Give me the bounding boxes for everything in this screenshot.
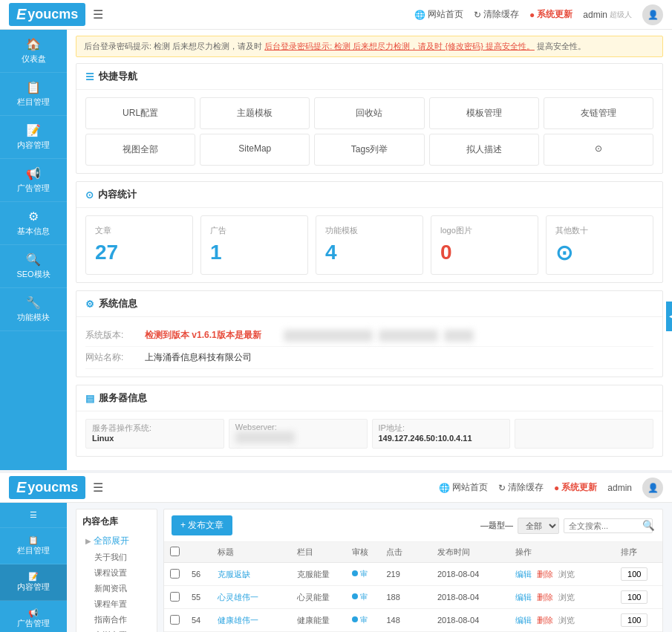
th-audit: 审核: [346, 542, 381, 563]
stat-other: 其他数十 ⊙: [546, 215, 653, 275]
table-row: 55 心灵雄伟一 心灵能量 审 188 2018-08-04 编辑 删除 浏览: [164, 586, 662, 609]
table-row: 54 健康雄伟一 健康能量 审 148 2018-08-04 编辑 删除 浏览: [164, 609, 662, 632]
server-os: 服务器操作系统: Linux: [85, 419, 224, 449]
add-article-btn[interactable]: + 发布文章: [172, 515, 232, 535]
system-update-btn[interactable]: ● 系统更新: [529, 8, 572, 21]
admin-info: admin 超级人: [583, 10, 632, 20]
cell-title[interactable]: 健康雄伟一: [218, 616, 258, 625]
sidebar2-column[interactable]: 📋 栏目管理: [0, 528, 67, 564]
order-input[interactable]: [621, 567, 647, 581]
cell-id: 56: [186, 563, 212, 586]
site-link[interactable]: 🌐 网站首页: [414, 8, 463, 21]
delete-btn[interactable]: 删除: [537, 593, 553, 602]
sidebar-item-content[interactable]: 📝 内容管理: [0, 116, 67, 159]
nav-view-all[interactable]: 视图全部: [85, 134, 195, 166]
system-update-btn2[interactable]: ● 系统更新: [554, 481, 597, 494]
avatar2[interactable]: 👤: [642, 478, 663, 498]
bottom-header: E youcms ☰ 🌐 网站首页 ↻ 清除缓存 ● 系统更新 admin 👤: [0, 473, 672, 503]
home-icon: 🏠: [26, 37, 41, 51]
sidebar-item-dashboard[interactable]: 🏠 仪表盘: [0, 30, 67, 73]
tree-item-course-setting[interactable]: 课程年置: [91, 596, 151, 612]
preview-btn[interactable]: 浏览: [558, 593, 575, 602]
nav-friendlink[interactable]: 友链管理: [544, 97, 653, 129]
nav-theme[interactable]: 主题模板: [200, 97, 310, 129]
stat-ad: 广告 1: [200, 215, 308, 275]
nav-tags[interactable]: Tags列举: [314, 134, 424, 166]
column-icon: 📋: [26, 80, 41, 94]
hamburger-menu[interactable]: ☰: [93, 7, 103, 22]
change-password-link[interactable]: 后台登录密码提示: 检测 后来想尽力检测，请及时 {修改密码} 提高安全性。: [264, 42, 535, 51]
sidebar2-content[interactable]: 📝 内容管理: [0, 564, 67, 601]
cell-title[interactable]: 克服返缺: [218, 570, 250, 579]
cell-title[interactable]: 心灵雄伟一: [218, 593, 258, 602]
tree-item-course-config[interactable]: 课程设置: [91, 565, 151, 581]
search-input[interactable]: [564, 518, 653, 533]
sidebar-item-basic[interactable]: ⚙ 基本信息: [0, 202, 67, 245]
nav-url[interactable]: URL配置: [85, 97, 195, 129]
blurred-2: [379, 330, 438, 342]
preview-btn[interactable]: 浏览: [558, 616, 575, 625]
site-link2[interactable]: 🌐 网站首页: [439, 481, 488, 494]
select-all-checkbox[interactable]: [170, 547, 180, 556]
cell-status: 审: [346, 563, 381, 586]
edit-btn[interactable]: 编辑: [515, 616, 532, 625]
cell-actions: 编辑 删除 浏览: [509, 563, 615, 586]
logo[interactable]: E youcms: [9, 3, 85, 26]
nav-recycle[interactable]: 回收站: [314, 97, 424, 129]
row-checkbox[interactable]: [170, 569, 180, 579]
table-header-row: 标题 栏目 审核 点击 发布时间 操作 排序: [164, 542, 662, 563]
row-checkbox[interactable]: [170, 615, 180, 625]
th-order: 排序: [615, 542, 662, 563]
tree-item-course-news[interactable]: 新闻资讯: [91, 581, 151, 596]
nav-desc[interactable]: 拟人描述: [429, 134, 539, 166]
tree-item-practice[interactable]: 实训实置: [91, 628, 151, 632]
alert-bar: 后台登录密码提示: 检测 后来想尽力检测，请及时 后台登录密码提示: 检测 后来…: [76, 36, 663, 57]
cell-cat: 心灵能量: [291, 586, 345, 609]
order-input[interactable]: [621, 613, 647, 627]
nav-sitemap[interactable]: SiteMap: [200, 134, 310, 166]
th-date: 发布时间: [431, 542, 509, 563]
edit-btn[interactable]: 编辑: [515, 593, 532, 602]
clear-cache-btn[interactable]: ↻ 清除缓存: [474, 8, 519, 21]
stat-logo: logo图片 0: [431, 215, 538, 275]
nav-more[interactable]: ⊙: [544, 134, 653, 166]
type-filter-select[interactable]: 全部: [518, 518, 559, 534]
order-input[interactable]: [621, 590, 647, 604]
avatar[interactable]: 👤: [642, 4, 663, 25]
delete-btn[interactable]: 删除: [537, 570, 553, 579]
column-icon2: 📋: [28, 535, 39, 545]
logo2[interactable]: E youcms: [9, 476, 85, 499]
server-web: Webserver:: [229, 419, 368, 449]
tree-collapse-handle[interactable]: ◀: [666, 302, 672, 331]
blurred-web: [235, 431, 295, 443]
nav-tpl-manage[interactable]: 模板管理: [429, 97, 539, 129]
edit-btn[interactable]: 编辑: [515, 570, 532, 579]
th-cat: 栏目: [291, 542, 345, 563]
sidebar2-hamburger[interactable]: ☰: [0, 503, 67, 528]
sidebar-item-ad[interactable]: 📢 广告管理: [0, 159, 67, 202]
tree-item-about[interactable]: 关于我们: [91, 550, 151, 565]
search-button[interactable]: 🔍: [642, 520, 655, 531]
quick-nav-title: 快捷导航: [99, 70, 137, 83]
sidebar-item-function[interactable]: 🔧 功能模块: [0, 288, 67, 331]
server-ip: IP地址: 149.127.246.50:10.0.4.11: [372, 419, 511, 449]
content-icon2: 📝: [28, 572, 39, 581]
sidebar-item-column[interactable]: 📋 栏目管理: [0, 73, 67, 116]
cell-date: 2018-08-04: [431, 586, 509, 609]
tree-item-guide[interactable]: 指南合作: [91, 612, 151, 628]
cell-clicks: 148: [380, 609, 431, 632]
preview-btn[interactable]: 浏览: [558, 570, 575, 579]
delete-btn[interactable]: 删除: [537, 616, 553, 625]
row-checkbox[interactable]: [170, 592, 180, 602]
sidebar2-ad[interactable]: 📢 广告管理: [0, 601, 67, 632]
sidebar-item-seo[interactable]: 🔍 SEO模块: [0, 245, 67, 288]
cell-id: 55: [186, 586, 212, 609]
stat-article: 文章 27: [85, 215, 193, 275]
quick-nav-section: ☰ 快捷导航 URL配置 主题模板 回收站 模板管理 友链管理 视图全部 Sit…: [76, 63, 663, 174]
hamburger-menu2[interactable]: ☰: [93, 480, 103, 495]
top-sidebar: 🏠 仪表盘 📋 栏目管理 📝 内容管理 📢 广告管理 ⚙ 基本信息 🔍 S: [0, 30, 67, 470]
clear-cache-btn2[interactable]: ↻ 清除缓存: [498, 481, 544, 494]
logo-e: E: [16, 6, 26, 23]
system-version-row: 系统版本: 检测到版本 v1.6.1版本是最新: [85, 325, 653, 347]
tree-expand-all[interactable]: ▶ 全部展开: [82, 532, 151, 550]
